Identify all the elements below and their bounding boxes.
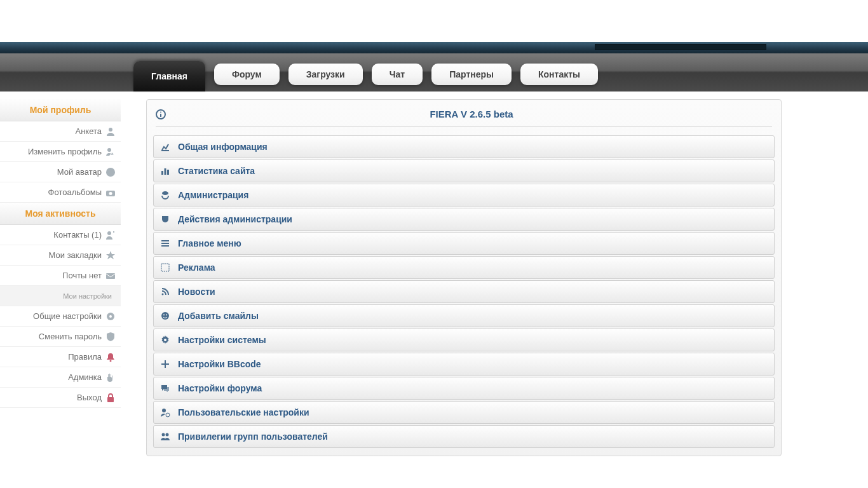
sidebar-item-photo-albums[interactable]: Фотоальбомы <box>0 182 121 203</box>
admin-row-add-smileys[interactable]: Добавить смайлы <box>153 304 775 327</box>
sidebar-item-rules[interactable]: Правила <box>0 347 121 367</box>
sidebar-item-change-password[interactable]: Сменить пароль <box>0 327 121 347</box>
svg-point-24 <box>163 315 165 316</box>
svg-point-13 <box>160 111 161 112</box>
svg-point-1 <box>107 148 111 152</box>
svg-point-4 <box>109 192 112 195</box>
nav-tab-label: Контакты <box>538 69 580 79</box>
mail-icon <box>105 271 116 281</box>
gear-icon <box>105 311 116 322</box>
admin-row-main-menu[interactable]: Главное меню <box>153 232 775 255</box>
sidebar-header-settings: Мои настройки <box>0 286 121 306</box>
svg-point-22 <box>162 294 164 295</box>
main-nav: Главная Форум Загрузки Чат Партнеры Конт… <box>0 53 868 92</box>
admin-row-news[interactable]: Новости <box>153 280 775 303</box>
sidebar-item-contacts[interactable]: Контакты (1) <box>0 225 121 245</box>
admin-row-label: Новости <box>178 287 215 297</box>
admin-row-label: Действия администрации <box>178 214 292 224</box>
sidebar-item-profile-form[interactable]: Анкета <box>0 121 121 142</box>
nav-tab-chat[interactable]: Чат <box>372 64 423 85</box>
svg-point-9 <box>110 360 112 362</box>
sidebar-header-profile: Мой профиль <box>0 99 121 121</box>
svg-point-30 <box>166 433 169 437</box>
nav-tab-forum[interactable]: Форум <box>214 64 280 85</box>
nav-tab-label: Партнеры <box>449 69 494 79</box>
target-icon <box>160 262 170 273</box>
sidebar-item-avatar[interactable]: Мой аватар <box>0 162 121 182</box>
sidebar-item-label: Сменить пароль <box>39 332 102 341</box>
admin-row-system-settings[interactable]: Настройки системы <box>153 329 775 351</box>
panel-title: FIERA V 2.6.5 beta <box>171 109 772 119</box>
menu-icon <box>160 238 170 248</box>
body-layout: Мой профиль Анкета Изменить профиль Мой … <box>0 99 868 456</box>
admin-row-label: Привилегии групп пользователей <box>178 431 328 442</box>
admin-row-bbcode-settings[interactable]: Настройки BBcode <box>153 353 775 376</box>
sidebar-item-label: Выход <box>77 393 102 402</box>
sidebar-item-label: Правила <box>68 352 102 362</box>
svg-point-5 <box>107 231 111 235</box>
user-icon <box>105 126 116 137</box>
admin-row-label: Настройки системы <box>178 335 266 345</box>
admin-row-label: Статистика сайта <box>178 166 255 176</box>
sidebar-item-mail[interactable]: Почты нет <box>0 266 121 286</box>
nav-tab-label: Главная <box>151 71 187 81</box>
arrows-icon <box>160 359 170 369</box>
svg-rect-14 <box>161 171 163 175</box>
lock-icon <box>105 393 116 403</box>
admin-row-label: Главное меню <box>178 238 241 248</box>
nav-tab-contacts[interactable]: Контакты <box>520 64 598 85</box>
main-content: FIERA V 2.6.5 beta Общая информация Стат… <box>146 99 782 456</box>
svg-point-2 <box>106 168 115 177</box>
sidebar-item-label: Общие настройки <box>33 311 102 321</box>
header-band: Главная Форум Загрузки Чат Партнеры Конт… <box>0 42 868 92</box>
svg-point-8 <box>109 315 112 318</box>
admin-row-label: Добавить смайлы <box>178 311 259 321</box>
sidebar-item-bookmarks[interactable]: Мои закладки <box>0 245 121 266</box>
svg-rect-19 <box>161 243 169 244</box>
admin-row-site-stats[interactable]: Статистика сайта <box>153 159 775 182</box>
svg-rect-6 <box>106 273 115 279</box>
cog-icon <box>160 335 170 345</box>
admin-row-label: Настройки форума <box>178 383 262 393</box>
svg-rect-20 <box>161 245 169 247</box>
svg-point-0 <box>109 128 112 132</box>
admin-panel: FIERA V 2.6.5 beta Общая информация Стат… <box>146 99 782 456</box>
sidebar-item-label: Админка <box>68 372 102 382</box>
nav-tab-partners[interactable]: Партнеры <box>431 64 512 85</box>
rss-icon <box>160 287 170 297</box>
pencil-user-icon <box>105 147 116 157</box>
admin-row-user-settings[interactable]: Пользовательские настройки <box>153 401 775 424</box>
admin-row-ads[interactable]: Реклама <box>153 256 775 279</box>
svg-point-26 <box>164 339 166 341</box>
svg-rect-15 <box>165 168 166 175</box>
camera-icon <box>105 187 116 198</box>
admin-row-admin-actions[interactable]: Действия администрации <box>153 208 775 231</box>
chart-icon <box>160 142 170 152</box>
admin-row-administration[interactable]: Администрация <box>153 184 775 207</box>
top-spacer <box>0 0 868 42</box>
ad-placeholder <box>595 44 766 50</box>
admin-row-label: Настройки BBcode <box>178 359 261 369</box>
svg-rect-21 <box>161 264 169 271</box>
sidebar-item-label: Почты нет <box>62 271 102 280</box>
info-icon <box>156 109 166 119</box>
sidebar-item-logout[interactable]: Выход <box>0 388 121 408</box>
sidebar-item-label: Мои закладки <box>49 250 102 260</box>
admin-row-general-info[interactable]: Общая информация <box>153 135 775 158</box>
nav-tab-downloads[interactable]: Загрузки <box>288 64 363 85</box>
admin-row-label: Администрация <box>178 190 248 200</box>
shield-icon <box>105 332 116 342</box>
sidebar-item-general-settings[interactable]: Общие настройки <box>0 306 121 327</box>
add-user-icon <box>105 230 116 240</box>
admin-row-forum-settings[interactable]: Настройки форума <box>153 377 775 400</box>
sidebar-item-edit-profile[interactable]: Изменить профиль <box>0 142 121 162</box>
svg-point-27 <box>162 409 166 412</box>
bars-icon <box>160 166 170 176</box>
sidebar-item-admin[interactable]: Админка <box>0 367 121 388</box>
admin-row-group-privileges[interactable]: Привилегии групп пользователей <box>153 425 775 448</box>
svg-point-28 <box>166 413 170 417</box>
nav-tab-label: Чат <box>390 69 405 79</box>
bell-icon <box>105 352 116 362</box>
nav-tab-home[interactable]: Главная <box>133 61 205 92</box>
admin-row-label: Реклама <box>178 262 215 273</box>
